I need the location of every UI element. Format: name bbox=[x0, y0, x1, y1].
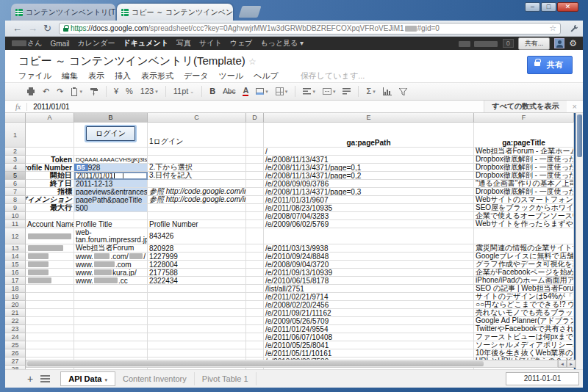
formula-input[interactable]: 2011/01/01 bbox=[33, 103, 69, 111]
row-header-18[interactable]: 18 bbox=[5, 285, 26, 293]
cell-C19[interactable] bbox=[148, 293, 246, 301]
cell-D25[interactable] bbox=[246, 341, 264, 349]
cell-E22[interactable]: /e/2009/05/26/5709 bbox=[264, 317, 474, 325]
menu-data[interactable]: データ bbox=[184, 70, 209, 81]
row-header-17[interactable]: 17 bbox=[5, 277, 26, 285]
cell-D3[interactable] bbox=[246, 156, 264, 164]
cell-D6[interactable] bbox=[246, 180, 264, 188]
cell-D4[interactable] bbox=[246, 164, 264, 172]
cell-F16[interactable]: 企業がFacebookページを始める時 bbox=[474, 269, 574, 277]
cell-F11[interactable]: Webサイトを作ったらまずやるべきこ bbox=[474, 220, 574, 228]
cell-C26[interactable] bbox=[148, 349, 246, 357]
cell-C21[interactable] bbox=[148, 309, 246, 317]
cell-D7[interactable] bbox=[246, 188, 264, 196]
column-header-D[interactable]: D bbox=[246, 113, 264, 123]
row-header-25[interactable]: 25 bbox=[5, 341, 26, 349]
gbar-documents-link[interactable]: ドキュメント bbox=[123, 38, 168, 48]
cell-F24[interactable]: ファーストビューは何pxまで？ ブラウ bbox=[474, 333, 574, 341]
cell-A14[interactable] bbox=[26, 253, 74, 261]
cell-A3[interactable]: Token bbox=[26, 156, 74, 164]
cell-F19[interactable]: サイトのデザインは54%が「好みで2 bbox=[474, 293, 574, 301]
cell-E6[interactable]: /e/2008/09/09/3786 bbox=[264, 180, 474, 188]
column-header-E[interactable]: E bbox=[264, 113, 474, 123]
font-size-selector[interactable]: 11pt⌄ bbox=[173, 87, 194, 95]
login-button[interactable]: ログイン bbox=[86, 126, 135, 141]
row-header-12[interactable]: 12 bbox=[5, 228, 26, 244]
wrap-text-icon[interactable] bbox=[343, 88, 351, 95]
cell-B12[interactable]: web- tan.forum.impressrd.jp bbox=[74, 228, 148, 244]
cell-D11[interactable] bbox=[246, 220, 264, 228]
show-all-formulas-button[interactable]: すべての数式を表示 bbox=[484, 101, 566, 112]
sheet-tab-content-inventory[interactable]: Content Inventory bbox=[115, 372, 195, 385]
fill-color-icon[interactable]: ▾ bbox=[256, 88, 268, 95]
row-header-27[interactable]: 27 bbox=[5, 357, 26, 366]
row-header-8[interactable]: 8 bbox=[5, 196, 26, 204]
row-header-22[interactable]: 22 bbox=[5, 317, 26, 325]
row-header-6[interactable]: 6 bbox=[5, 180, 26, 188]
spreadsheet-grid[interactable]: ABCDEF1ログイン1ログインga:pagePathga:pageTitle2… bbox=[5, 113, 574, 369]
cell-B25[interactable] bbox=[74, 341, 148, 349]
gbar-share-button[interactable]: 共有... bbox=[518, 37, 551, 50]
cell-C15[interactable]: 1228004 bbox=[148, 261, 246, 269]
menu-insert[interactable]: 挿入 bbox=[115, 70, 131, 81]
cell-B9[interactable]: 500 bbox=[74, 204, 148, 212]
cell-A4[interactable]: Profile Number bbox=[26, 164, 74, 172]
cell-B26[interactable] bbox=[74, 349, 148, 357]
column-header-B[interactable]: B bbox=[74, 113, 148, 123]
cell-C20[interactable] bbox=[148, 301, 246, 309]
cell-F3[interactable]: Dropbox徹底解剖 - 一度使ったら手 bbox=[474, 156, 574, 164]
horizontal-scrollbar-thumb[interactable] bbox=[27, 361, 484, 366]
cell-B17[interactable]: www..cc bbox=[74, 277, 148, 285]
row-header-19[interactable]: 19 bbox=[5, 293, 26, 301]
menu-tools[interactable]: ツール bbox=[219, 70, 244, 81]
row-header-26[interactable]: 26 bbox=[5, 349, 26, 357]
vertical-scrollbar[interactable] bbox=[576, 113, 583, 369]
cell-A12[interactable] bbox=[26, 228, 74, 244]
cell-B23[interactable] bbox=[74, 325, 148, 333]
row-header-11[interactable]: 11 bbox=[5, 220, 26, 228]
gbar-web-link[interactable]: ウェブ bbox=[230, 38, 253, 48]
cell-F7[interactable]: Dropbox徹底解剖 - 一度使ったら手 bbox=[474, 188, 574, 196]
cell-F13[interactable]: 震災関連の情報の企業サイトでの出 bbox=[474, 244, 574, 253]
cell-B8[interactable]: pagePath&pageTitle bbox=[74, 196, 148, 204]
column-header-F[interactable]: F bbox=[474, 113, 574, 123]
cell-D22[interactable] bbox=[246, 317, 264, 325]
cell-E19[interactable]: /e/2011/02/21/9714 bbox=[264, 293, 474, 301]
scroll-left-icon[interactable]: ◂ bbox=[558, 360, 567, 368]
cell-E5[interactable]: /e/2008/11/13/4371/page=0,2 bbox=[264, 172, 474, 180]
cell-F12[interactable] bbox=[474, 228, 574, 244]
redo-icon[interactable]: ↷ bbox=[57, 87, 63, 95]
cell-B5[interactable]: 2011/01/01 bbox=[74, 172, 148, 180]
cell-F8[interactable]: Webサイトのスマートフォン対応 7つ bbox=[474, 196, 574, 204]
paste-format-icon[interactable]: ▾ bbox=[71, 87, 82, 96]
cell-C7[interactable]: 参照 http://code.google.com/intl/fi-FI/api… bbox=[148, 188, 246, 196]
cell-E26[interactable]: /e/2011/05/11/10161 bbox=[264, 349, 474, 357]
cell-C13[interactable]: 820928 bbox=[148, 244, 246, 253]
row-header-15[interactable]: 15 bbox=[5, 261, 26, 269]
url-bar[interactable]: https ://docs.google.com /spreadsheet/cc… bbox=[59, 23, 561, 35]
cell-D15[interactable] bbox=[246, 261, 264, 269]
cell-B22[interactable] bbox=[74, 317, 148, 325]
strikethrough-icon[interactable]: Abc bbox=[223, 88, 235, 95]
number-format-icon[interactable]: 123▾ bbox=[140, 87, 158, 95]
cell-D1[interactable] bbox=[246, 123, 264, 148]
cell-A19[interactable] bbox=[26, 293, 74, 301]
cell-E8[interactable]: /e/2011/01/31/9607 bbox=[264, 196, 474, 204]
cell-E1[interactable]: ga:pagePath bbox=[264, 123, 474, 148]
align-icon[interactable]: ▾ bbox=[303, 88, 315, 95]
cell-D8[interactable] bbox=[246, 196, 264, 204]
cell-C3[interactable] bbox=[148, 156, 246, 164]
cell-E10[interactable]: /e/2008/07/04/3283 bbox=[264, 212, 474, 220]
row-header-1[interactable]: 1 bbox=[5, 123, 26, 148]
sheet-tab-pivot-table[interactable]: Pivot Table 1 bbox=[195, 372, 257, 385]
cell-A22[interactable] bbox=[26, 317, 74, 325]
cell-C1[interactable]: 1ログイン bbox=[148, 123, 246, 148]
gbar-more-link[interactable]: もっと見る ▾ bbox=[260, 38, 304, 48]
cell-E9[interactable]: /e/2011/08/23/10935 bbox=[264, 204, 474, 212]
cell-E24[interactable]: /e/2011/06/07/10408 bbox=[264, 333, 474, 341]
cell-D19[interactable] bbox=[246, 293, 264, 301]
cell-D20[interactable] bbox=[246, 301, 264, 309]
cell-C4[interactable]: 2.下から選択 bbox=[148, 164, 246, 172]
cell-D14[interactable] bbox=[246, 253, 264, 261]
cell-E21[interactable]: /e/2011/09/21/11162 bbox=[264, 309, 474, 317]
